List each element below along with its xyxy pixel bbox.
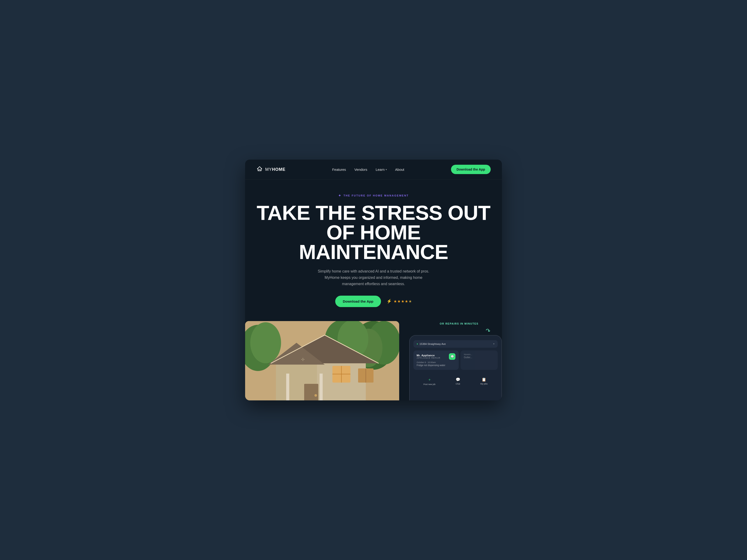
schedule-text: Schedule any Maintenance or Repairs in M… bbox=[435, 321, 483, 326]
navbar: MyHome Features Vendors Learn ▾ About Do… bbox=[245, 160, 502, 180]
job-card-1: Mr. Appliance Appliance Repair 💬 October… bbox=[413, 350, 459, 370]
job-card-2: Novem... Gutter... bbox=[461, 350, 498, 370]
home-icon bbox=[256, 166, 263, 173]
house-image-area: ⊹ bbox=[245, 321, 399, 400]
star-2: ★ bbox=[397, 299, 401, 303]
browser-window: MyHome Features Vendors Learn ▾ About Do… bbox=[245, 160, 502, 400]
card-1-header: Mr. Appliance Appliance Repair 💬 bbox=[417, 353, 456, 360]
logo-text: MyHome bbox=[265, 167, 285, 172]
hero-title: Take the Stress Out of Home Maintenance bbox=[256, 203, 491, 262]
nav-chat-label: Chat bbox=[456, 383, 460, 385]
chat-nav-icon: 💬 bbox=[456, 377, 460, 382]
star-3: ★ bbox=[401, 299, 404, 303]
chevron-down-icon: ▾ bbox=[386, 168, 387, 171]
svg-rect-25 bbox=[286, 374, 289, 400]
jobs-icon: 📋 bbox=[482, 377, 486, 382]
star-4: ★ bbox=[405, 299, 408, 303]
job-detail: Fridge not dispensing water bbox=[417, 364, 456, 367]
svg-point-3 bbox=[250, 322, 281, 363]
nav-features[interactable]: Features bbox=[332, 167, 346, 171]
star-1: ★ bbox=[393, 299, 397, 303]
svg-text:⊹: ⊹ bbox=[301, 357, 305, 362]
hero-section: ✦ The Future of Home Management Take the… bbox=[245, 180, 502, 307]
nav-post-job[interactable]: ＋ Post new job bbox=[423, 377, 436, 385]
job-cards: Mr. Appliance Appliance Repair 💬 October… bbox=[413, 350, 498, 372]
house-photo: ⊹ bbox=[245, 321, 399, 400]
phone-bottom-nav: ＋ Post new job 💬 Chat 📋 My jobs bbox=[413, 374, 498, 387]
vendor-sub: Appliance Repair bbox=[417, 357, 440, 359]
bottom-section: ⊹ Schedule any Maintenance or Repairs in… bbox=[245, 321, 502, 400]
dropdown-icon: ▾ bbox=[493, 343, 494, 345]
vendor-info: Mr. Appliance Appliance Repair bbox=[417, 354, 440, 359]
card-2-date: Novem... bbox=[464, 353, 494, 355]
chat-icon: 💬 bbox=[450, 355, 454, 358]
sparkle-icon: ✦ bbox=[338, 194, 342, 197]
phone-frame: ● 1538A Straightway Ave ▾ Mr. Appliance … bbox=[409, 335, 502, 400]
hero-download-button[interactable]: Download the App bbox=[335, 296, 381, 307]
hero-tag: ✦ The Future of Home Management bbox=[338, 194, 409, 197]
nav-about[interactable]: About bbox=[395, 167, 404, 171]
star-5: ★ bbox=[409, 299, 412, 303]
star-rating: ★ ★ ★ ★ ★ bbox=[393, 299, 412, 303]
svg-rect-21 bbox=[304, 384, 318, 400]
phone-mockup-area: Schedule any Maintenance or Repairs in M… bbox=[394, 321, 502, 400]
hero-subtitle: Simplify home care with advanced AI and … bbox=[317, 268, 430, 287]
nav-vendors[interactable]: Vendors bbox=[354, 167, 367, 171]
nav-learn[interactable]: Learn ▾ bbox=[376, 167, 387, 171]
nav-my-jobs[interactable]: 📋 My jobs bbox=[481, 377, 488, 385]
chat-button[interactable]: 💬 bbox=[449, 353, 456, 360]
card-2-detail: Gutter... bbox=[464, 355, 494, 359]
appointment-date: October 8 · 10:00am bbox=[417, 361, 456, 364]
vendor-name: Mr. Appliance bbox=[417, 354, 440, 357]
nav-links: Features Vendors Learn ▾ About bbox=[332, 167, 404, 171]
hero-actions: Download the App ⚡ ★ ★ ★ ★ ★ bbox=[256, 296, 491, 307]
location-icon: ● bbox=[417, 343, 418, 345]
plus-icon: ＋ bbox=[428, 377, 431, 382]
nav-jobs-label: My jobs bbox=[481, 383, 488, 385]
svg-rect-26 bbox=[319, 374, 323, 400]
phone-address: ● 1538A Straightway Ave bbox=[417, 343, 446, 345]
nav-chat[interactable]: 💬 Chat bbox=[456, 377, 460, 385]
nav-download-button[interactable]: Download the App bbox=[451, 165, 491, 174]
rating-icon: ⚡ bbox=[387, 299, 392, 304]
logo[interactable]: MyHome bbox=[256, 166, 285, 173]
rating-area: ⚡ ★ ★ ★ ★ ★ bbox=[387, 299, 412, 304]
svg-point-22 bbox=[314, 394, 317, 397]
nav-post-label: Post new job bbox=[423, 383, 436, 385]
arrow-curved-icon: ↷ bbox=[485, 327, 491, 335]
phone-address-bar: ● 1538A Straightway Ave ▾ bbox=[413, 340, 498, 348]
